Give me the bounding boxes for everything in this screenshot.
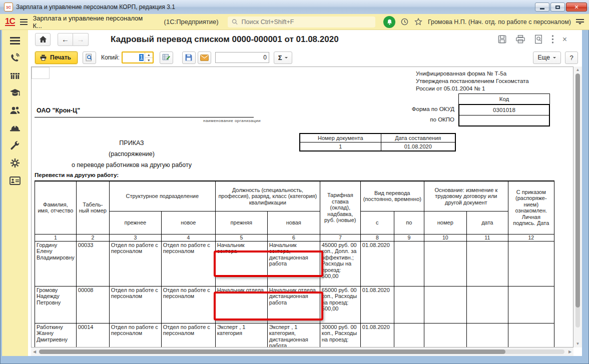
- window-titlebar[interactable]: 1С Зарплата и управление персоналом КОРП…: [0, 0, 589, 14]
- okpo-value: [459, 116, 549, 126]
- notifications-button[interactable]: [383, 16, 395, 28]
- phone-icon: [10, 53, 20, 63]
- print-button-header[interactable]: [515, 34, 525, 44]
- counter-field[interactable]: 0: [215, 52, 269, 63]
- print-button[interactable]: Печать: [35, 52, 78, 64]
- sidebar-item-tools[interactable]: [8, 140, 23, 151]
- history-clock-icon: [400, 18, 409, 26]
- print-toolbar: Печать Копий: 1 ▲ ▼: [28, 48, 582, 66]
- header-sign: С приказом (распоряже-нием) ознакомлен. …: [508, 181, 554, 234]
- save-button[interactable]: [497, 34, 507, 44]
- stepper-up-button[interactable]: ▲: [145, 52, 153, 58]
- copies-stepper[interactable]: 1 ▲ ▼: [122, 52, 154, 64]
- dropdown-caret-icon: [285, 57, 288, 60]
- document-number: 1: [300, 142, 381, 152]
- send-email-button[interactable]: [198, 52, 211, 64]
- cell-fio: Работкину Жанну Дмитриевну: [35, 323, 77, 348]
- back-button[interactable]: ←: [58, 33, 73, 46]
- order-title-line: о переводе работников на другую работу: [32, 160, 232, 170]
- history-button[interactable]: [400, 18, 409, 26]
- sidebar-item-id-card[interactable]: [8, 175, 23, 186]
- sections-sidebar: [2, 30, 28, 356]
- cell-dept-old: Отдел по работе с персоналом: [109, 241, 161, 286]
- minimize-button[interactable]: [535, 2, 549, 12]
- counter-value: 0: [263, 54, 267, 61]
- cell-pos-old: Эксперт , 1 категория: [215, 323, 267, 348]
- code-header: Код: [458, 94, 550, 104]
- cell-dept-new: Отдел по работе с персоналом: [161, 241, 215, 286]
- sidebar-item-employees[interactable]: [8, 105, 23, 116]
- instruction-text: Перевести на другую работу:: [35, 172, 119, 178]
- cell-to: [394, 286, 424, 323]
- sidebar-item-phone[interactable]: [8, 52, 23, 64]
- home-button[interactable]: [35, 33, 51, 46]
- cell-base-num: [424, 286, 466, 323]
- number-date-table: Номер документа Дата составления 1 01.08…: [299, 133, 456, 152]
- find-button[interactable]: [534, 34, 543, 44]
- vertical-scroll-thumb[interactable]: [575, 74, 580, 308]
- form-reference: Унифицированная форма № Т-5а Утверждена …: [416, 70, 529, 92]
- okud-label: Форма по ОКУД: [382, 106, 454, 112]
- hard-hat-icon: [10, 124, 21, 132]
- spreadsheet-document: Унифицированная форма № Т-5а Утверждена …: [28, 66, 582, 356]
- document-date: 01.08.2020: [381, 142, 455, 152]
- menu-icon: [10, 37, 20, 44]
- cell-sign: [508, 286, 554, 323]
- more-actions-button[interactable]: [551, 35, 554, 44]
- sidebar-item-education[interactable]: [8, 88, 23, 98]
- header-dept: Структурное подразделение: [109, 181, 215, 211]
- table-row: Работкину Жанну Дмитриевну 00014 Отдел п…: [35, 323, 554, 348]
- cell-base-date: [466, 241, 508, 286]
- save-file-button[interactable]: [182, 52, 196, 64]
- help-button[interactable]: ?: [565, 52, 578, 64]
- sidebar-item-main-menu[interactable]: [8, 35, 23, 46]
- sidebar-item-labor-safety[interactable]: [8, 122, 23, 134]
- horizontal-scroll-thumb[interactable]: [39, 350, 505, 354]
- forward-button[interactable]: →: [73, 33, 89, 46]
- page-title: Кадровый перевод списком 0000-000001 от …: [111, 34, 339, 44]
- header-from: с: [360, 211, 394, 234]
- sidebar-item-settings[interactable]: [8, 158, 23, 168]
- search-input[interactable]: [241, 18, 372, 26]
- stepper-down-button[interactable]: ▼: [145, 58, 153, 63]
- dropdown-caret-icon: [553, 57, 556, 60]
- envelope-icon: [200, 54, 209, 61]
- cell-pos-old: Начальник сектора: [215, 241, 267, 286]
- more-button[interactable]: Еще: [533, 52, 561, 64]
- vertical-scrollbar[interactable]: ▲ ▼: [573, 66, 582, 348]
- sum-button[interactable]: Σ: [274, 52, 292, 64]
- favorites-button[interactable]: [414, 18, 423, 26]
- main-menu-icon[interactable]: [20, 18, 28, 26]
- cell-dept-new: Отдел по работе с персоналом: [161, 286, 215, 323]
- copies-value[interactable]: 1: [123, 52, 145, 62]
- scroll-down-icon[interactable]: ▼: [573, 341, 582, 347]
- close-window-button[interactable]: ✕: [566, 2, 587, 12]
- 1c-app-icon: 1С: [4, 2, 13, 12]
- scroll-up-icon[interactable]: ▲: [573, 67, 582, 73]
- system-menu-button[interactable]: [576, 18, 584, 26]
- cell-rate: 30000 руб. 00 коп., Расходы на проезд:: [320, 323, 360, 348]
- cell-pos-old: Начальник отдела: [215, 286, 267, 323]
- save-icon: [497, 34, 507, 44]
- sigma-icon: Σ: [278, 54, 282, 62]
- numdate-header-date: Дата составления: [381, 134, 455, 142]
- sidebar-item-gifts[interactable]: [8, 70, 23, 81]
- global-search[interactable]: [228, 16, 376, 28]
- maximize-button[interactable]: [550, 2, 565, 12]
- sheet-corner-cell[interactable]: [32, 67, 50, 79]
- 1c-logo[interactable]: 1С: [5, 18, 15, 26]
- copies-label: Копий:: [101, 54, 120, 61]
- horizontal-scrollbar[interactable]: ◀ ▶: [31, 348, 573, 356]
- table-settings-button[interactable]: [160, 52, 173, 64]
- search-icon: [232, 18, 238, 25]
- preview-button[interactable]: [83, 52, 96, 64]
- scroll-right-icon[interactable]: ▶: [566, 348, 573, 356]
- close-form-button[interactable]: ×: [562, 35, 567, 44]
- scroll-left-icon[interactable]: ◀: [31, 348, 38, 356]
- star-icon: [414, 18, 423, 26]
- minimize-icon: [540, 8, 544, 10]
- cell-dept-old: Отдел по работе с персоналом: [109, 286, 161, 323]
- preview-icon: [85, 54, 93, 62]
- header-kind: Вид перевода (постоянно, временно): [360, 181, 424, 211]
- current-user[interactable]: Громова Н.П. (Нач. отд. по работе с перс…: [428, 18, 571, 26]
